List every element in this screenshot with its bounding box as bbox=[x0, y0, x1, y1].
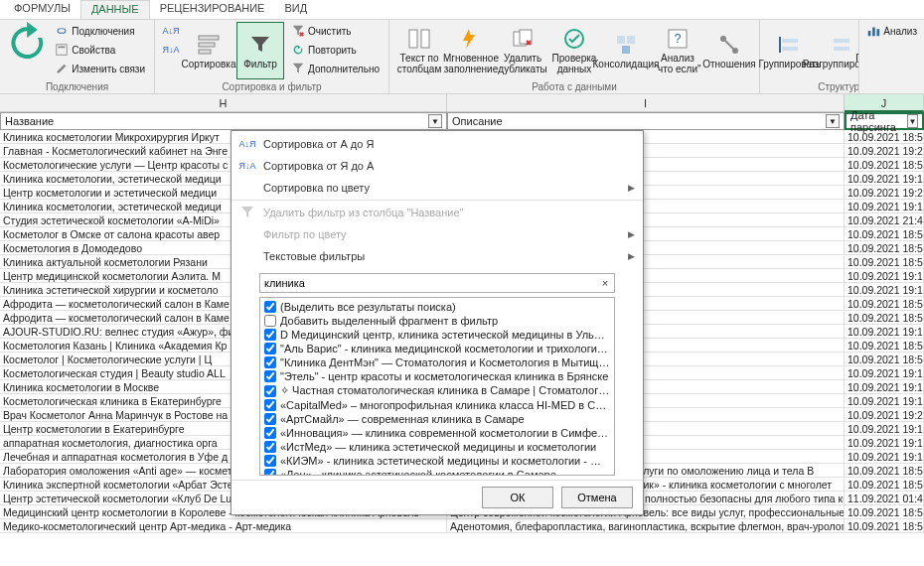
filter-item-check[interactable]: "Этель" - центр красоты и косметологичес… bbox=[262, 369, 612, 383]
advanced-button[interactable]: Дополнительно bbox=[288, 60, 383, 77]
cell[interactable]: 10.09.2021 19:27:08 bbox=[845, 408, 924, 422]
sort-za-button[interactable]: Я↓А bbox=[161, 41, 181, 59]
filter-item-check[interactable]: ✧ Частная стоматологическая клиника в Са… bbox=[262, 383, 612, 398]
filter-item-check[interactable]: "Аль Варис" - клиника медицинской космет… bbox=[262, 342, 612, 355]
add-selection-check[interactable]: Добавить выделенный фрагмент в фильтр bbox=[262, 314, 612, 328]
tab-data[interactable]: ДАННЫЕ bbox=[80, 0, 150, 19]
cell[interactable]: 10.09.2021 18:59:35 bbox=[845, 519, 924, 533]
ribbon-tabs: ФОРМУЛЫ ДАННЫЕ РЕЦЕНЗИРОВАНИЕ ВИД bbox=[0, 0, 924, 20]
cell[interactable]: 10.09.2021 19:16:41 bbox=[845, 172, 924, 186]
cell[interactable]: 10.09.2021 18:59:14 bbox=[845, 227, 924, 241]
cell[interactable]: 10.09.2021 18:59:15 bbox=[845, 241, 924, 255]
filter-item-check[interactable]: «КИЭМ» - клиника эстетической медицины и… bbox=[262, 454, 612, 468]
group-connections: Подключения Свойства Изменить связи Подк… bbox=[0, 20, 155, 93]
group-sort-filter: А↓Я Я↓А Сортировка Фильтр Очистить Повто… bbox=[155, 20, 389, 93]
consolidate-button[interactable]: Консолидация bbox=[602, 22, 650, 79]
relations-button[interactable]: Отношения bbox=[705, 22, 753, 79]
duplicates-icon bbox=[511, 27, 535, 51]
svg-rect-11 bbox=[627, 36, 635, 44]
cell[interactable]: 10.09.2021 19:16:50 bbox=[845, 422, 924, 436]
svg-rect-0 bbox=[57, 45, 68, 56]
text-filters-item[interactable]: Текстовые фильтры▶ bbox=[231, 245, 643, 267]
cell[interactable]: 10.09.2021 18:59:18 bbox=[845, 311, 924, 325]
filter-search-input[interactable] bbox=[260, 274, 596, 292]
cell[interactable]: 10.09.2021 19:16:41 bbox=[845, 200, 924, 213]
cell[interactable]: 10.09.2021 18:59:23 bbox=[845, 353, 924, 366]
filter-item-check[interactable]: D Медицинский центр, клиника эстетическо… bbox=[262, 328, 612, 342]
ok-button[interactable]: ОК bbox=[482, 487, 553, 508]
cell[interactable]: 10.09.2021 18:59:30 bbox=[845, 478, 924, 492]
edit-links-button[interactable]: Изменить связи bbox=[52, 60, 148, 77]
cell[interactable]: Медико-косметологический центр Арт-медик… bbox=[0, 519, 447, 533]
clear-filter-button[interactable]: Очистить bbox=[288, 22, 383, 40]
sort-az-item[interactable]: А↓ЯСортировка от А до Я bbox=[231, 133, 643, 155]
group-button[interactable]: Группировать bbox=[766, 22, 814, 79]
group-icon bbox=[778, 33, 802, 57]
cell[interactable]: 10.09.2021 18:59:18 bbox=[845, 297, 924, 311]
cell[interactable]: 10.09.2021 19:16:50 bbox=[845, 436, 924, 450]
cell[interactable]: 10.09.2021 19:16:45 bbox=[845, 325, 924, 339]
consolidate-icon bbox=[614, 33, 638, 57]
filter-check-list[interactable]: (Выделить все результаты поиска) Добавит… bbox=[259, 297, 615, 476]
cell[interactable]: 10.09.2021 18:59:30 bbox=[845, 464, 924, 478]
header-description[interactable]: Описание ▼ bbox=[447, 112, 845, 130]
cell[interactable]: 10.09.2021 19:16:50 bbox=[845, 450, 924, 464]
ribbon-analysis-partial: Анализ bbox=[858, 20, 924, 94]
cell[interactable]: 10.09.2021 18:59:11 bbox=[845, 158, 924, 172]
cell[interactable]: 10.09.2021 19:16:44 bbox=[845, 283, 924, 297]
data-validation-button[interactable]: Проверка данных bbox=[550, 22, 598, 79]
cell[interactable]: 10.09.2021 19:27:03 bbox=[845, 144, 924, 158]
col-header-H[interactable]: H bbox=[0, 94, 447, 112]
text-to-columns-button[interactable]: Текст по столбцам bbox=[395, 22, 443, 79]
clear-search-icon[interactable]: × bbox=[596, 274, 614, 292]
filter-item-check[interactable]: «ИстМед» — клиника эстетической медицины… bbox=[262, 440, 612, 454]
clear-icon bbox=[291, 24, 305, 38]
cancel-button[interactable]: Отмена bbox=[561, 487, 633, 508]
svg-rect-5 bbox=[409, 30, 417, 48]
filter-dropdown-date[interactable]: ▼ bbox=[907, 114, 918, 128]
sort-button[interactable]: Сортировка bbox=[185, 22, 232, 79]
sort-by-color-item[interactable]: Сортировка по цвету▶ bbox=[231, 177, 643, 199]
flash-fill-button[interactable]: Мгновенное заполнение bbox=[447, 22, 495, 79]
cell[interactable]: 10.09.2021 19:27:03 bbox=[845, 186, 924, 200]
table-row[interactable]: Медико-косметологический центр Арт-медик… bbox=[0, 519, 924, 533]
cell[interactable]: 10.09.2021 18:59:20 bbox=[845, 339, 924, 353]
col-header-I[interactable]: I bbox=[447, 94, 845, 112]
svg-rect-6 bbox=[421, 30, 429, 48]
analysis-button[interactable]: Анализ bbox=[863, 22, 920, 40]
tab-formulas[interactable]: ФОРМУЛЫ bbox=[4, 0, 80, 19]
cell[interactable]: 10.09.2021 19:16:44 bbox=[845, 269, 924, 283]
filter-item-check[interactable]: «Лец» - клиника эстетической косметологи… bbox=[262, 468, 612, 476]
cell[interactable]: 10.09.2021 18:59:16 bbox=[845, 255, 924, 269]
cell[interactable]: 10.09.2021 19:16:49 bbox=[845, 394, 924, 408]
refresh-icon[interactable] bbox=[6, 22, 48, 66]
filter-item-check[interactable]: «АртСмайл» — современная клиника в Самар… bbox=[262, 412, 612, 426]
remove-duplicates-button[interactable]: Удалить дубликаты bbox=[499, 22, 546, 79]
header-name[interactable]: Название ▼ bbox=[0, 112, 447, 130]
cell[interactable]: 10.09.2021 19:16:47 bbox=[845, 366, 924, 380]
cell[interactable]: 10.09.2021 21:41:31 bbox=[845, 213, 924, 227]
filter-button[interactable]: Фильтр bbox=[236, 22, 284, 79]
connections-button[interactable]: Подключения bbox=[52, 22, 148, 40]
group-label: Подключения bbox=[6, 80, 148, 93]
filter-dropdown-name[interactable]: ▼ bbox=[428, 114, 442, 128]
properties-button[interactable]: Свойства bbox=[52, 41, 148, 59]
filter-item-check[interactable]: "Клиника ДентМэн" — Стоматология и Косме… bbox=[262, 355, 612, 369]
cell[interactable]: Аденотомия, блефаропластика, вагинопласт… bbox=[447, 519, 845, 533]
filter-item-check[interactable]: «CapitalMed» – многопрофильная клиника к… bbox=[262, 398, 612, 412]
tab-view[interactable]: ВИД bbox=[274, 0, 317, 19]
select-all-check[interactable]: (Выделить все результаты поиска) bbox=[262, 300, 612, 314]
cell[interactable]: 11.09.2021 01:45:52 bbox=[845, 492, 924, 505]
filter-item-check[interactable]: «Инновация» — клиника современной космет… bbox=[262, 426, 612, 440]
sort-az-button[interactable]: А↓Я bbox=[161, 22, 181, 40]
filter-dropdown-desc[interactable]: ▼ bbox=[826, 114, 840, 128]
cell[interactable]: 10.09.2021 18:59:35 bbox=[845, 505, 924, 519]
cell[interactable]: 10.09.2021 19:16:47 bbox=[845, 380, 924, 394]
tab-review[interactable]: РЕЦЕНЗИРОВАНИЕ bbox=[150, 0, 275, 19]
svg-rect-17 bbox=[782, 39, 798, 43]
sort-za-item[interactable]: Я↓АСортировка от Я до А bbox=[231, 155, 643, 177]
header-date[interactable]: Дата парсинга ▼ bbox=[845, 112, 924, 130]
reapply-button[interactable]: Повторить bbox=[288, 41, 383, 59]
cell[interactable]: 10.09.2021 18:59:10 bbox=[845, 130, 924, 144]
whatif-button[interactable]: ?Анализ "что если" bbox=[654, 22, 701, 79]
